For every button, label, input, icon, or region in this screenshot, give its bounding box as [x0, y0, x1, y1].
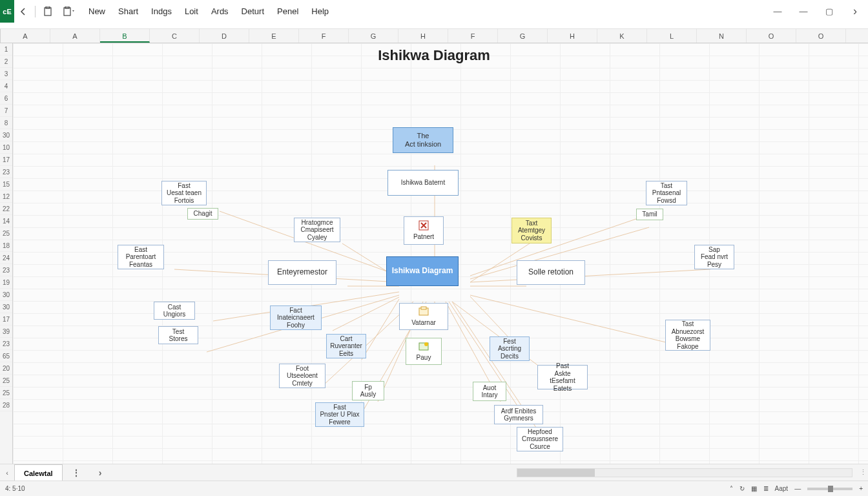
node-l-fp-ausly[interactable]: FpAusly — [352, 381, 384, 400]
node-vatarnar[interactable]: Vatarnar — [399, 303, 448, 330]
col-header[interactable]: N — [697, 29, 747, 43]
col-header[interactable]: K — [597, 29, 647, 43]
node-l-foot-unsed[interactable]: FootUtseeloentCmtety — [279, 364, 326, 388]
row-header[interactable]: 10 — [0, 141, 12, 154]
row-header[interactable]: 30 — [0, 129, 12, 141]
window-minimize-2[interactable]: — — [790, 0, 816, 23]
col-header[interactable]: F — [448, 29, 498, 43]
status-grid-icon[interactable]: ▦ — [751, 485, 757, 492]
tab-scroll-right[interactable]: › — [90, 464, 111, 481]
col-header[interactable]: D — [200, 29, 249, 43]
row-header[interactable]: 12 — [0, 191, 12, 203]
node-patnert[interactable]: Patnert — [404, 216, 444, 245]
row-header[interactable]: 18 — [0, 240, 12, 252]
node-l-fast-uesat[interactable]: FastUesat teaenFortois — [161, 181, 207, 205]
col-header[interactable]: G — [498, 29, 548, 43]
node-pauy[interactable]: Pauy — [406, 338, 442, 365]
row-header[interactable]: 3 — [0, 68, 12, 80]
menu-indgs[interactable]: Indgs — [151, 6, 172, 16]
status-refresh-icon[interactable]: ↻ — [739, 485, 745, 492]
row-header[interactable]: 17 — [0, 154, 12, 166]
node-r-tast-pntasenal[interactable]: TastPntasenalFowsd — [646, 181, 687, 205]
node-r-hepfoed[interactable]: HepfoedCmsusnsereCsurce — [517, 427, 563, 451]
row-header[interactable]: 19 — [0, 276, 12, 289]
col-header[interactable]: A — [50, 29, 100, 43]
row-header[interactable]: 23 — [0, 264, 12, 276]
node-r-tast-abnue[interactable]: TastAbnuezorstBowsmeFakope — [665, 320, 710, 351]
row-header[interactable]: 14 — [0, 215, 12, 227]
node-ishikwa-baternt[interactable]: Ishikwa Baternt — [388, 170, 459, 196]
col-header[interactable]: G — [349, 29, 398, 43]
row-header[interactable]: 17 — [0, 313, 12, 326]
row-header[interactable]: 6 — [0, 92, 12, 105]
menu-help[interactable]: Help — [311, 6, 329, 16]
col-header[interactable]: A — [1, 29, 50, 43]
row-header[interactable]: 39 — [0, 326, 12, 338]
col-header[interactable]: H — [548, 29, 597, 43]
menu-new[interactable]: New — [88, 6, 105, 16]
row-header[interactable]: 30 — [0, 301, 12, 313]
col-header[interactable]: L — [647, 29, 697, 43]
node-r-sap-fead[interactable]: SapFead nvrtPesy — [694, 245, 734, 269]
menu-shart[interactable]: Shart — [118, 6, 138, 16]
window-close[interactable]: › — [842, 0, 868, 23]
zoom-slider[interactable] — [807, 488, 852, 490]
node-l-fast-pnster[interactable]: FastPnster U PlaxFewere — [315, 402, 364, 427]
zoom-in-icon[interactable]: + — [859, 485, 863, 492]
node-l-east-parentat[interactable]: EastParentoartFeantas — [118, 245, 164, 269]
row-header[interactable]: 15 — [0, 178, 12, 191]
node-l-fact-inate[interactable]: FactInateicnaeertFoohy — [270, 305, 322, 330]
node-center[interactable]: Ishikwa Diagram — [386, 256, 459, 286]
node-top[interactable]: TheAct tinksion — [393, 127, 453, 153]
status-list-icon[interactable]: ≣ — [763, 485, 769, 492]
row-header[interactable]: 7 — [0, 105, 12, 117]
window-maximize[interactable]: ▢ — [816, 0, 842, 23]
node-l-test-stores[interactable]: TestStores — [158, 326, 198, 344]
node-entey[interactable]: Enteyremestor — [268, 260, 336, 285]
node-l-hratogmce[interactable]: HratogmceCmapiseertCyaley — [294, 218, 340, 242]
menu-ards[interactable]: Ards — [211, 6, 229, 16]
col-header[interactable]: C — [150, 29, 200, 43]
tab-scroll-inner[interactable]: ⋮ — [63, 464, 90, 481]
back-button[interactable] — [14, 0, 32, 23]
node-r-past-askte[interactable]: PastAskte tEsefamtEatets — [537, 365, 588, 389]
col-header[interactable]: O — [747, 29, 796, 43]
row-header[interactable]: 23 — [0, 166, 12, 178]
zoom-out-icon[interactable]: — — [794, 485, 801, 492]
row-header[interactable]: 24 — [0, 252, 12, 264]
horizontal-scrollbar-thumb[interactable] — [517, 469, 595, 477]
row-header[interactable]: 4 — [0, 80, 12, 92]
row-header[interactable]: 25 — [0, 227, 12, 240]
node-l-cast-ungiors[interactable]: CastUngiors — [154, 302, 195, 320]
node-r-tamil[interactable]: Tamil — [636, 209, 663, 220]
paste-dropdown[interactable] — [57, 0, 81, 23]
status-caret-up-icon[interactable]: ˄ — [730, 485, 733, 492]
col-header[interactable]: O — [796, 29, 846, 43]
row-header[interactable]: 28 — [0, 399, 12, 411]
menu-penel[interactable]: Penel — [277, 6, 298, 16]
row-header[interactable]: 20 — [0, 362, 12, 375]
node-r-ardf-enbites[interactable]: Ardf EnbitesGymnesrs — [494, 405, 543, 424]
row-header[interactable]: 25 — [0, 387, 12, 399]
col-header[interactable]: H — [398, 29, 448, 43]
node-r-auot-intary[interactable]: AuotIntary — [473, 382, 506, 401]
col-header[interactable]: F — [846, 29, 868, 43]
window-minimize[interactable]: — — [765, 0, 790, 23]
col-header[interactable]: B — [100, 29, 150, 43]
tab-scroll-left[interactable]: ‹ — [0, 469, 14, 477]
col-header[interactable]: F — [299, 29, 349, 43]
node-solle[interactable]: Solle retotion — [517, 260, 585, 285]
col-header[interactable]: E — [249, 29, 299, 43]
sheet-tab[interactable]: Calewtal — [14, 464, 63, 481]
row-header[interactable]: 25 — [0, 375, 12, 387]
row-header[interactable]: 22 — [0, 203, 12, 215]
menu-loit[interactable]: Loit — [185, 6, 198, 16]
vertical-scroll-hint[interactable]: ⋮ — [858, 468, 868, 477]
node-r-fest-ascrting[interactable]: FestAscrtingDecits — [490, 336, 530, 361]
row-header[interactable]: 65 — [0, 350, 12, 362]
row-header[interactable]: 23 — [0, 338, 12, 350]
row-header[interactable]: 8 — [0, 117, 12, 129]
node-l-cart-ruv[interactable]: CartRuveranterEeits — [326, 334, 366, 358]
clipboard-icon[interactable] — [38, 0, 57, 23]
node-l-chagit[interactable]: Chagit — [187, 208, 218, 220]
